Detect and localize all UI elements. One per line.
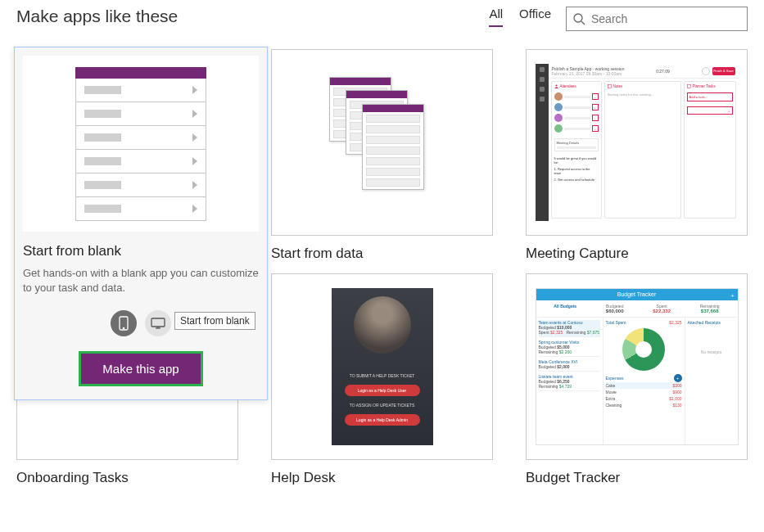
layout-tooltip: Start from blank <box>174 312 255 330</box>
tasks-label: Planner Tasks <box>693 84 716 88</box>
search-icon <box>572 12 585 25</box>
tablet-layout-button[interactable]: Start from blank <box>145 310 171 336</box>
search-wrap <box>566 7 748 31</box>
card-title: Budget Tracker <box>526 470 748 486</box>
svg-point-3 <box>123 328 124 329</box>
card-meeting-capture[interactable]: Publish a Sample App - working session F… <box>526 49 748 262</box>
help-line1: TO SUBMIT A HELP DESK TICKET <box>350 373 415 378</box>
svg-point-0 <box>574 14 582 22</box>
tab-bar: All Office <box>489 7 551 27</box>
phone-layout-button[interactable] <box>111 310 137 336</box>
notes-text: Starting notes for this meeting... <box>608 92 678 97</box>
blank-preview <box>23 56 259 232</box>
meeting-sub: February 21, 2017 09:30am - 10:00am <box>552 71 625 76</box>
tab-office[interactable]: Office <box>519 7 551 27</box>
meeting-preview: Publish a Sample App - working session F… <box>536 64 739 221</box>
card-help-desk[interactable]: TO SUBMIT A HELP DESK TICKET Login as a … <box>271 273 493 486</box>
card-start-from-blank[interactable]: Start from blank Get hands-on with a bla… <box>16 49 238 262</box>
help-btn2: Login as a Help Desk Admin <box>345 414 420 426</box>
svg-point-7 <box>555 85 557 87</box>
task-input: Add a task... <box>689 95 730 99</box>
data-cascade-preview <box>329 77 436 208</box>
meeting-details-label: Meeting Details <box>557 141 596 145</box>
card-desc: Get hands-on with a blank app you can cu… <box>23 266 259 295</box>
budget-preview: Budget Tracker+ All Budgets Budgeted$60,… <box>536 288 739 445</box>
help-line2: TO ASSIGN OR UPDATE TICKETS <box>350 403 414 408</box>
card-title: Help Desk <box>271 470 493 486</box>
wish-1: 1. Request access to the team <box>554 167 599 175</box>
svg-line-1 <box>581 21 585 25</box>
search-input[interactable] <box>566 7 748 31</box>
phone-icon <box>118 316 129 331</box>
make-this-app-button[interactable]: Make this app <box>79 351 202 386</box>
tab-all[interactable]: All <box>489 7 503 27</box>
save-button: Finish & Save <box>712 67 735 75</box>
card-start-from-data[interactable]: Start from data <box>271 49 493 262</box>
card-title: Start from blank <box>23 243 259 259</box>
svg-rect-9 <box>687 85 690 88</box>
wish-2: 2. Get access and schedule <box>554 178 599 182</box>
svg-rect-8 <box>608 85 611 88</box>
page-title: Make apps like these <box>16 7 474 26</box>
meeting-timer: 0:27:09 <box>656 69 670 74</box>
card-title: Onboarding Tasks <box>16 470 238 486</box>
attendees-label: Attendees <box>560 84 576 88</box>
wish-text: It would be great if you would be: <box>554 156 599 165</box>
meeting-title: Publish a Sample App - working session <box>552 66 625 71</box>
svg-rect-4 <box>151 318 165 327</box>
card-title: Meeting Capture <box>526 246 748 262</box>
helpdesk-preview: TO SUBMIT A HELP DESK TICKET Login as a … <box>332 288 433 445</box>
help-btn1: Login as a Help Desk User <box>345 385 420 396</box>
agenda-line <box>557 147 596 149</box>
notes-label: Notes <box>613 84 623 88</box>
monitor-icon <box>151 318 165 329</box>
card-budget-tracker[interactable]: Budget Tracker+ All Budgets Budgeted$60,… <box>526 273 748 486</box>
card-title: Start from data <box>271 246 493 262</box>
